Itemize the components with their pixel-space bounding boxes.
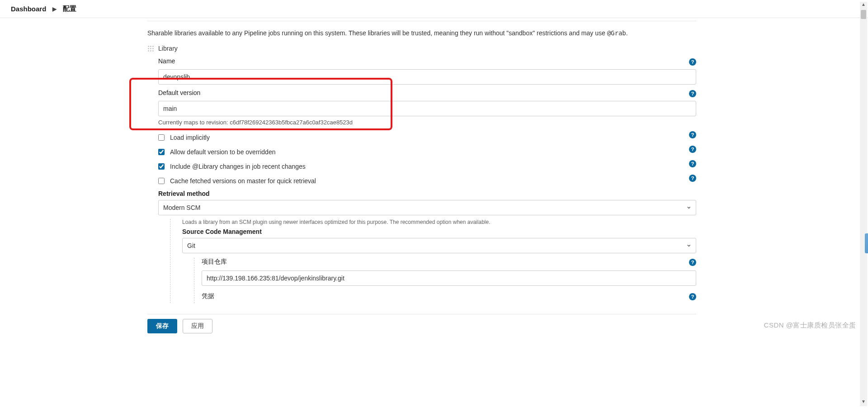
load-implicitly-checkbox[interactable] bbox=[158, 134, 165, 141]
allow-override-checkbox[interactable] bbox=[158, 149, 165, 155]
include-changes-label: Include @Library changes in job recent c… bbox=[170, 163, 306, 170]
cache-row[interactable]: Cache fetched versions on master for qui… bbox=[158, 174, 316, 188]
scroll-thumb[interactable] bbox=[861, 10, 866, 19]
cred-label: 凭据 bbox=[202, 292, 214, 300]
scm-label: Source Code Management bbox=[182, 228, 696, 235]
help-icon[interactable]: ? bbox=[689, 58, 696, 66]
watermark-text: CSDN @富士康质检员张全蛋 bbox=[764, 321, 856, 330]
breadcrumb-sep-icon: ▶ bbox=[52, 6, 57, 12]
scm-select[interactable]: Git bbox=[182, 238, 696, 253]
cache-checkbox[interactable] bbox=[158, 178, 165, 184]
help-icon[interactable]: ? bbox=[689, 90, 696, 97]
default-version-label: Default version bbox=[158, 89, 200, 96]
breadcrumb-current[interactable]: 配置 bbox=[63, 5, 76, 13]
revision-text: Currently maps to revision: c6df78f26924… bbox=[158, 119, 696, 126]
cache-label: Cache fetched versions on master for qui… bbox=[170, 177, 316, 185]
allow-override-row[interactable]: Allow default version to be overridden bbox=[158, 145, 275, 159]
repo-label: 项目仓库 bbox=[202, 258, 227, 266]
drag-handle-icon[interactable] bbox=[147, 45, 154, 52]
help-icon[interactable]: ? bbox=[689, 259, 696, 266]
vertical-scrollbar[interactable]: ▲ ▼ bbox=[860, 2, 867, 406]
help-icon[interactable]: ? bbox=[689, 146, 696, 153]
include-changes-checkbox[interactable] bbox=[158, 163, 165, 170]
desc-text: Sharable libraries available to any Pipe… bbox=[147, 29, 607, 37]
library-header: Library bbox=[147, 42, 696, 55]
breadcrumb-root[interactable]: Dashboard bbox=[11, 5, 46, 13]
name-input[interactable] bbox=[158, 69, 696, 85]
section-description: Sharable libraries available to any Pipe… bbox=[147, 29, 696, 37]
help-icon[interactable]: ? bbox=[689, 175, 696, 182]
default-version-input[interactable] bbox=[158, 101, 696, 116]
allow-override-label: Allow default version to be overridden bbox=[170, 148, 275, 156]
desc-code: @Grab bbox=[607, 29, 626, 37]
library-label: Library bbox=[158, 45, 178, 52]
repo-input[interactable] bbox=[202, 270, 696, 286]
help-icon[interactable]: ? bbox=[689, 293, 696, 300]
include-changes-row[interactable]: Include @Library changes in job recent c… bbox=[158, 159, 306, 174]
config-form: Sharable libraries available to any Pipe… bbox=[147, 18, 696, 308]
load-implicitly-label: Load implicitly bbox=[170, 134, 210, 141]
load-implicitly-row[interactable]: Load implicitly bbox=[158, 130, 210, 145]
retrieval-select[interactable]: Modern SCM bbox=[158, 200, 696, 215]
apply-button[interactable]: 应用 bbox=[183, 319, 212, 333]
help-icon[interactable]: ? bbox=[689, 131, 696, 138]
desc-post: . bbox=[626, 29, 628, 37]
name-label: Name bbox=[158, 57, 175, 65]
retrieval-label: Retrieval method bbox=[158, 190, 696, 197]
breadcrumb: Dashboard ▶ 配置 bbox=[0, 0, 868, 18]
scroll-down-icon[interactable]: ▼ bbox=[860, 399, 867, 406]
scroll-up-icon[interactable]: ▲ bbox=[860, 2, 867, 9]
side-tab-icon[interactable] bbox=[865, 233, 868, 253]
save-button[interactable]: 保存 bbox=[147, 319, 177, 333]
retrieval-hint: Loads a library from an SCM plugin using… bbox=[182, 219, 696, 225]
button-bar: 保存 应用 bbox=[147, 314, 696, 331]
help-icon[interactable]: ? bbox=[689, 160, 696, 167]
section-divider bbox=[147, 21, 696, 21]
